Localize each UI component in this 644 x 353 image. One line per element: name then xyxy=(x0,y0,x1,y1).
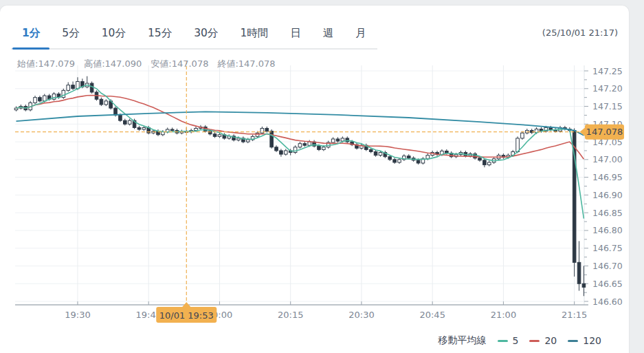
tab-15分[interactable]: 15分 xyxy=(137,22,183,48)
ohlc-item: 安値:147.078 xyxy=(151,58,208,70)
ohlc-item: 高値:147.090 xyxy=(84,58,142,70)
timeframe-tabs: 1分5分10分15分30分1時間日週月 xyxy=(11,22,377,50)
legend-item-ma5: 5 xyxy=(498,335,519,346)
chart-card: 1分5分10分15分30分1時間日週月 (25/10/01 21:17) 始値:… xyxy=(0,6,629,353)
legend-dash-icon xyxy=(568,340,578,342)
tab-週[interactable]: 週 xyxy=(312,22,345,48)
legend-title: 移動平均線 xyxy=(438,334,487,347)
legend-period-label: 5 xyxy=(513,335,519,346)
legend-dash-icon xyxy=(498,340,508,342)
tab-1分[interactable]: 1分 xyxy=(11,22,51,48)
legend-period-label: 20 xyxy=(544,335,557,346)
tab-10分[interactable]: 10分 xyxy=(91,22,137,48)
legend-item-ma120: 120 xyxy=(568,335,601,346)
chart-timestamp: (25/10/01 21:17) xyxy=(542,28,618,38)
ohlc-readout: 始値:147.079高値:147.090安値:147.078終値:147.078 xyxy=(17,58,276,70)
moving-average-legend: 移動平均線 520120 xyxy=(438,334,601,347)
tab-30分[interactable]: 30分 xyxy=(183,22,229,48)
tab-月[interactable]: 月 xyxy=(344,22,377,48)
ohlc-item: 終値:147.078 xyxy=(217,58,275,70)
legend-period-label: 120 xyxy=(583,335,601,346)
page-background: 1分5分10分15分30分1時間日週月 (25/10/01 21:17) 始値:… xyxy=(0,0,644,353)
legend-item-ma20: 20 xyxy=(529,335,557,346)
tab-日[interactable]: 日 xyxy=(279,22,312,48)
tab-1時間[interactable]: 1時間 xyxy=(229,22,279,48)
tab-5分[interactable]: 5分 xyxy=(51,22,90,48)
ohlc-item: 始値:147.079 xyxy=(17,58,75,70)
legend-dash-icon xyxy=(529,340,540,342)
